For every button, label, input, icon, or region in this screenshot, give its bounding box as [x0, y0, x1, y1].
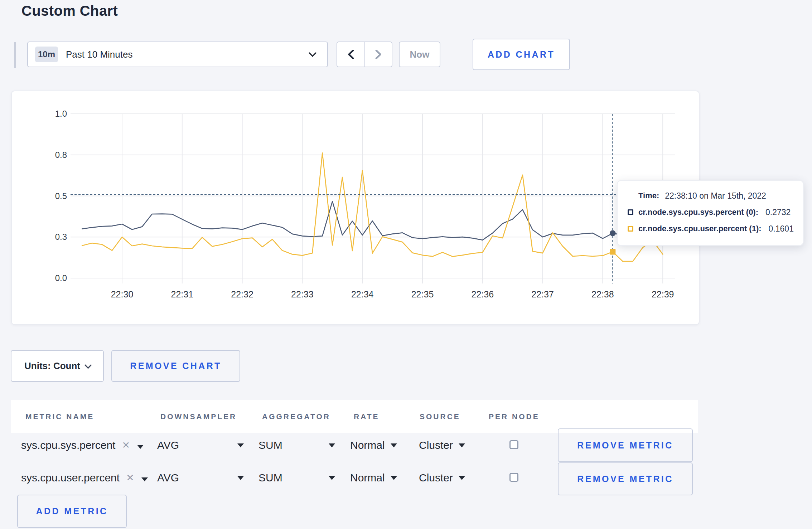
cursor-point-user — [610, 249, 615, 255]
aggregator-value: SUM — [258, 472, 282, 484]
tooltip-time-value: 22:38:10 on Mar 15th, 2022 — [665, 191, 766, 201]
custom-chart-plot[interactable]: 0.00.30.50.81.022:3022:3122:3222:3322:34… — [12, 91, 699, 325]
rate-select[interactable]: Normal — [350, 461, 397, 494]
add-metric-button[interactable]: ADD METRIC — [17, 495, 127, 528]
x-axis-tick-label: 22:31 — [171, 289, 194, 299]
aggregator-select[interactable]: SUM — [258, 429, 335, 462]
tooltip-time-label: Time: — [638, 191, 659, 200]
time-nav-group — [337, 42, 392, 67]
chart-hover-tooltip: Time: 22:38:10 on Mar 15th, 2022 cr.node… — [617, 180, 804, 246]
col-header-source: SOURCE — [420, 412, 460, 421]
now-button[interactable]: Now — [399, 42, 440, 67]
page-title: Custom Chart — [21, 3, 118, 19]
per-node-checkbox[interactable] — [509, 473, 518, 482]
col-header-aggregator: AGGREGATOR — [262, 412, 330, 421]
add-chart-button[interactable]: ADD CHART — [473, 39, 570, 70]
time-range-dropdown[interactable]: 10m Past 10 Minutes — [27, 42, 328, 67]
time-range-badge: 10m — [35, 47, 58, 62]
x-axis-tick-label: 22:36 — [472, 289, 494, 299]
source-select[interactable]: Cluster — [419, 429, 465, 462]
y-axis-tick-label: 0.8 — [55, 150, 67, 160]
downsampler-select[interactable]: AVG — [157, 429, 244, 462]
x-axis-tick-label: 22:30 — [111, 289, 134, 299]
source-select[interactable]: Cluster — [419, 461, 465, 494]
col-header-metric-name: METRIC NAME — [25, 412, 94, 421]
remove-chart-button[interactable]: REMOVE CHART — [111, 350, 240, 382]
cursor-point-sys — [610, 230, 616, 236]
y-axis-tick-label: 0.0 — [55, 273, 67, 283]
rate-value: Normal — [350, 472, 385, 484]
metric-name-value: sys.cpu.user.percent — [21, 472, 120, 484]
rate-value: Normal — [350, 439, 385, 451]
x-axis-tick-label: 22:32 — [231, 289, 253, 299]
tooltip-user-value: 0.1601 — [769, 224, 794, 234]
metric-name-value: sys.cpu.sys.percent — [21, 439, 115, 451]
x-axis-tick-label: 22:38 — [591, 289, 614, 299]
downsampler-select[interactable]: AVG — [157, 461, 244, 494]
remove-metric-button[interactable]: REMOVE METRIC — [558, 462, 693, 495]
rate-select[interactable]: Normal — [350, 429, 397, 462]
x-axis-tick-label: 22:35 — [411, 289, 434, 299]
source-value: Cluster — [419, 439, 453, 451]
user-series-legend-icon — [628, 226, 633, 232]
downsampler-value: AVG — [157, 472, 179, 484]
tooltip-sys-value: 0.2732 — [765, 208, 791, 217]
chevron-right-icon — [375, 50, 382, 59]
metric-dropdown-caret[interactable] — [137, 439, 144, 451]
time-range-label: Past 10 Minutes — [66, 49, 132, 60]
y-axis-tick-label: 0.5 — [55, 191, 67, 201]
aggregator-select[interactable]: SUM — [258, 461, 335, 494]
col-header-downsampler: DOWNSAMPLER — [160, 412, 237, 421]
tooltip-sys-label: cr.node.sys.cpu.sys.percent (0): — [638, 208, 758, 217]
y-axis-tick-label: 0.3 — [55, 232, 67, 242]
col-header-per-node: PER NODE — [489, 412, 540, 421]
time-back-button[interactable] — [337, 42, 364, 67]
metric-name-select[interactable]: sys.cpu.sys.percent ✕ — [21, 429, 144, 462]
tooltip-user-label: cr.node.sys.cpu.user.percent (1): — [638, 224, 762, 233]
time-forward-button[interactable] — [364, 42, 392, 67]
custom-chart-page: Custom Chart 10m Past 10 Minutes Now ADD… — [0, 0, 812, 529]
sys-series-legend-icon — [628, 209, 633, 215]
series-line-cr.node.sys.cpu.user.percent — [82, 153, 663, 261]
x-axis-tick-label: 22:39 — [652, 289, 674, 299]
chevron-down-icon — [84, 364, 92, 369]
chevron-down-icon — [309, 52, 316, 57]
x-axis-tick-label: 22:33 — [291, 289, 314, 299]
source-value: Cluster — [419, 472, 453, 484]
chart-card: 0.00.30.50.81.022:3022:3122:3222:3322:34… — [11, 91, 700, 325]
metric-row-sys: sys.cpu.sys.percent ✕ AVG SUM Normal Clu… — [11, 429, 698, 462]
per-node-checkbox[interactable] — [509, 440, 518, 449]
y-axis-tick-label: 1.0 — [55, 109, 67, 118]
x-axis-tick-label: 22:37 — [531, 289, 554, 299]
clear-metric-icon[interactable]: ✕ — [122, 440, 130, 451]
downsampler-value: AVG — [157, 439, 179, 451]
x-axis-tick-label: 22:34 — [351, 289, 374, 299]
units-dropdown[interactable]: Units: Count — [11, 350, 104, 382]
metric-name-select[interactable]: sys.cpu.user.percent ✕ — [21, 461, 148, 494]
metric-dropdown-caret[interactable] — [141, 472, 148, 484]
aggregator-value: SUM — [258, 439, 282, 451]
units-label: Units: Count — [24, 360, 80, 372]
toolbar-left-divider — [14, 42, 16, 68]
clear-metric-icon[interactable]: ✕ — [126, 472, 134, 484]
remove-metric-button[interactable]: REMOVE METRIC — [558, 428, 693, 462]
chevron-left-icon — [348, 50, 354, 59]
series-line-cr.node.sys.cpu.sys.percent — [82, 202, 663, 240]
metric-row-user: sys.cpu.user.percent ✕ AVG SUM Normal Cl… — [11, 461, 698, 494]
col-header-rate: RATE — [354, 412, 380, 421]
